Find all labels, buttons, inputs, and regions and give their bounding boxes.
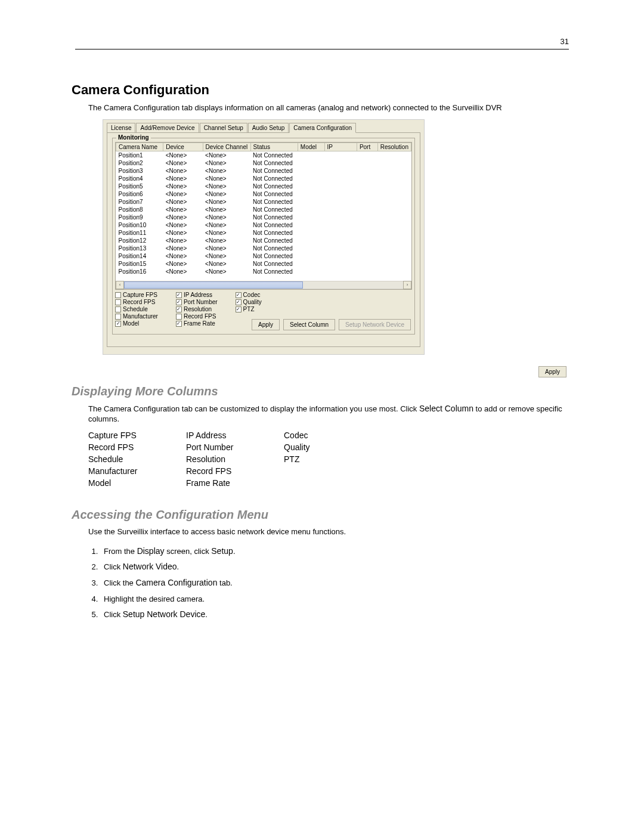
cell (324, 213, 357, 221)
checkbox-resolution[interactable]: ✓Resolution (176, 306, 218, 313)
cell: Not Connected (250, 159, 298, 167)
checkbox-icon (115, 299, 121, 305)
col-model[interactable]: Model (298, 143, 324, 151)
step: Click the Camera Configuration tab. (100, 575, 572, 591)
cell: <None> (163, 151, 203, 159)
cell: <None> (203, 221, 250, 229)
tab-add-remove-device[interactable]: Add/Remove Device (136, 123, 199, 133)
cell (298, 206, 324, 213)
column-option (284, 478, 367, 488)
checkbox-port-number[interactable]: ✓Port Number (176, 299, 218, 306)
tab-channel-setup[interactable]: Channel Setup (200, 123, 247, 133)
cell (357, 159, 377, 167)
table-row[interactable]: Position6<None><None>Not Connected (116, 190, 411, 198)
cell: <None> (163, 213, 203, 221)
cell: Not Connected (250, 182, 298, 190)
group-label: Monitoring (116, 134, 151, 141)
cell (357, 198, 377, 206)
checkbox-model[interactable]: ✓Model (115, 320, 158, 327)
checkbox-icon: ✓ (236, 306, 242, 312)
column-option: Capture FPS (88, 431, 184, 440)
apply-button[interactable]: Apply (538, 366, 566, 377)
col-status[interactable]: Status (250, 143, 298, 151)
select-column-button[interactable]: Select Column (283, 319, 335, 330)
checkbox-icon: ✓ (115, 321, 121, 327)
col-device-channel[interactable]: Device Channel (203, 143, 250, 151)
checkbox-record-fps[interactable]: Record FPS (115, 299, 158, 306)
scroll-left-icon[interactable]: ‹ (116, 281, 124, 289)
scroll-thumb[interactable] (124, 281, 303, 289)
cell (357, 182, 377, 190)
tab-license[interactable]: License (107, 123, 135, 133)
checkbox-label: Codec (243, 292, 261, 299)
cell (377, 244, 411, 252)
intro-text: The Camera Configuration tab displays in… (88, 103, 572, 113)
checkbox-quality[interactable]: ✓Quality (236, 299, 262, 306)
header-rule (75, 49, 569, 49)
table-row[interactable]: Position11<None><None>Not Connected (116, 229, 411, 237)
tab-audio-setup[interactable]: Audio Setup (248, 123, 289, 133)
checkbox-ptz[interactable]: ✓PTZ (236, 306, 262, 313)
checkbox-ip-address[interactable]: ✓IP Address (176, 292, 218, 299)
cell: <None> (203, 198, 250, 206)
cell (357, 175, 377, 182)
cell: Not Connected (250, 167, 298, 175)
checkbox-icon (115, 306, 121, 312)
checkbox-schedule[interactable]: Schedule (115, 306, 158, 313)
table-row[interactable]: Position9<None><None>Not Connected (116, 213, 411, 221)
table-row[interactable]: Position13<None><None>Not Connected (116, 244, 411, 252)
cell: Not Connected (250, 268, 298, 275)
checkbox-icon (176, 314, 182, 320)
cell (357, 244, 377, 252)
table-row[interactable]: Position15<None><None>Not Connected (116, 260, 411, 268)
subsection-title-1: Displaying More Columns (72, 385, 572, 398)
horizontal-scrollbar[interactable]: ‹ › (116, 281, 411, 289)
col-resolution[interactable]: Resolution (377, 143, 411, 151)
cell: Not Connected (250, 213, 298, 221)
table-row[interactable]: Position4<None><None>Not Connected (116, 175, 411, 182)
col-device[interactable]: Device (163, 143, 203, 151)
scroll-right-icon[interactable]: › (403, 281, 411, 289)
table-row[interactable]: Position5<None><None>Not Connected (116, 182, 411, 190)
checkbox-capture-fps[interactable]: Capture FPS (115, 292, 158, 299)
table-row[interactable]: Position2<None><None>Not Connected (116, 159, 411, 167)
scroll-track[interactable] (124, 281, 403, 289)
tab-camera-configuration[interactable]: Camera Configuration (289, 123, 356, 133)
tab-panel: Monitoring Camera Name Device Device Cha… (107, 132, 420, 347)
cell (298, 190, 324, 198)
cell: Position9 (116, 213, 163, 221)
cell (324, 198, 357, 206)
col-ip[interactable]: IP (324, 143, 357, 151)
cell (377, 190, 411, 198)
cell (324, 206, 357, 213)
table-row[interactable]: Position12<None><None>Not Connected (116, 237, 411, 244)
cell: <None> (203, 260, 250, 268)
table-row[interactable]: Position10<None><None>Not Connected (116, 221, 411, 229)
cell (357, 252, 377, 260)
cell (377, 182, 411, 190)
camera-table-wrap: Camera Name Device Device Channel Status… (115, 142, 412, 290)
col-port[interactable]: Port (357, 143, 377, 151)
t: Select Column (419, 404, 473, 413)
table-row[interactable]: Position8<None><None>Not Connected (116, 206, 411, 213)
checkbox-frame-rate[interactable]: ✓Frame Rate (176, 320, 218, 327)
cell (324, 175, 357, 182)
checkbox-record-fps[interactable]: Record FPS (176, 313, 218, 320)
table-row[interactable]: Position3<None><None>Not Connected (116, 167, 411, 175)
checkbox-label: Manufacturer (123, 313, 158, 320)
cell: <None> (163, 268, 203, 275)
table-row[interactable]: Position16<None><None>Not Connected (116, 268, 411, 275)
table-row[interactable]: Position14<None><None>Not Connected (116, 252, 411, 260)
cell: <None> (163, 167, 203, 175)
apply-inner-button[interactable]: Apply (252, 319, 280, 330)
checkbox-manufacturer[interactable]: Manufacturer (115, 313, 158, 320)
cell (324, 151, 357, 159)
cell (377, 206, 411, 213)
checkbox-codec[interactable]: ✓Codec (236, 292, 262, 299)
table-row[interactable]: Position1<None><None>Not Connected (116, 151, 411, 159)
col-camera-name[interactable]: Camera Name (116, 143, 163, 151)
setup-network-device-button[interactable]: Setup Network Device (339, 319, 411, 330)
table-row[interactable]: Position7<None><None>Not Connected (116, 198, 411, 206)
tab-bar: License Add/Remove Device Channel Setup … (103, 120, 424, 132)
column-option: Manufacturer (88, 466, 184, 476)
